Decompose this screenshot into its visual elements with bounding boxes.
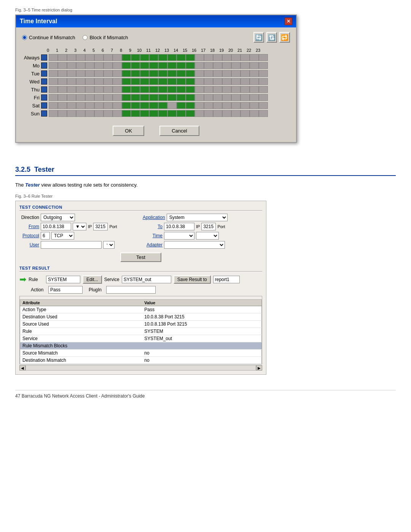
hour-cell-fri-20[interactable] bbox=[231, 94, 241, 101]
hour-cell-sun-12[interactable] bbox=[158, 110, 167, 117]
icon-button-2[interactable]: 🔃 bbox=[266, 32, 277, 43]
hour-cell-tue-9[interactable] bbox=[131, 70, 140, 77]
hour-cell-fri-1[interactable] bbox=[58, 94, 67, 101]
hour-cell-tue-3[interactable] bbox=[76, 70, 85, 77]
hour-cell-always-0[interactable] bbox=[49, 54, 58, 61]
from-label[interactable]: From bbox=[19, 224, 39, 229]
hour-cell-sat-12[interactable] bbox=[158, 102, 167, 109]
hour-cell-fri-10[interactable] bbox=[140, 94, 149, 101]
edit-button[interactable]: Edit... bbox=[83, 275, 102, 284]
hour-cell-sat-10[interactable] bbox=[140, 102, 149, 109]
hour-cell-always-21[interactable] bbox=[241, 54, 250, 61]
hour-cell-mo-10[interactable] bbox=[140, 62, 149, 69]
hour-cell-wed-4[interactable] bbox=[85, 78, 94, 85]
hour-cell-tue-12[interactable] bbox=[158, 70, 167, 77]
time-select1[interactable] bbox=[164, 232, 194, 240]
hour-cell-fri-2[interactable] bbox=[67, 94, 76, 101]
hour-cell-mo-1[interactable] bbox=[58, 62, 67, 69]
hour-cell-thu-14[interactable] bbox=[177, 86, 186, 93]
hour-cell-always-3[interactable] bbox=[76, 54, 85, 61]
from-port-input[interactable] bbox=[93, 223, 108, 230]
hour-cell-thu-3[interactable] bbox=[76, 86, 85, 93]
hour-cell-tue-19[interactable] bbox=[222, 70, 231, 77]
hour-cell-thu-5[interactable] bbox=[94, 86, 104, 93]
hour-cell-tue-5[interactable] bbox=[94, 70, 104, 77]
hour-cell-fri-8[interactable] bbox=[122, 94, 131, 101]
hour-cell-sat-4[interactable] bbox=[85, 102, 94, 109]
from-ip-select[interactable]: ▼ bbox=[73, 223, 86, 230]
hour-cell-mo-22[interactable] bbox=[250, 62, 259, 69]
hour-cell-fri-15[interactable] bbox=[186, 94, 195, 101]
hour-cell-wed-11[interactable] bbox=[149, 78, 158, 85]
hour-cell-sat-19[interactable] bbox=[222, 102, 231, 109]
hour-cell-sat-16[interactable] bbox=[195, 102, 204, 109]
hour-cell-sun-21[interactable] bbox=[241, 110, 250, 117]
user-label[interactable]: User bbox=[19, 242, 39, 248]
hour-cell-always-11[interactable] bbox=[149, 54, 158, 61]
hour-cell-wed-22[interactable] bbox=[250, 78, 259, 85]
protocol-select[interactable]: TCP UDP bbox=[51, 232, 74, 240]
hour-cell-tue-21[interactable] bbox=[241, 70, 250, 77]
hour-cell-always-23[interactable] bbox=[259, 54, 268, 61]
hour-cell-wed-14[interactable] bbox=[177, 78, 186, 85]
hour-cell-thu-0[interactable] bbox=[49, 86, 58, 93]
hour-cell-thu-18[interactable] bbox=[213, 86, 222, 93]
hour-cell-mo-9[interactable] bbox=[131, 62, 140, 69]
day-toggle-thu[interactable] bbox=[41, 86, 47, 93]
hour-cell-sun-7[interactable] bbox=[113, 110, 122, 117]
hour-cell-thu-19[interactable] bbox=[222, 86, 231, 93]
hour-cell-sun-19[interactable] bbox=[222, 110, 231, 117]
hour-cell-wed-10[interactable] bbox=[140, 78, 149, 85]
attribute-table-container[interactable]: Attribute Value Action TypePassDestinati… bbox=[19, 296, 262, 364]
hour-cell-fri-18[interactable] bbox=[213, 94, 222, 101]
from-ip-input[interactable] bbox=[41, 223, 71, 230]
hour-cell-thu-23[interactable] bbox=[259, 86, 268, 93]
hour-cell-sun-13[interactable] bbox=[167, 110, 177, 117]
hour-cell-always-17[interactable] bbox=[204, 54, 213, 61]
hour-cell-fri-3[interactable] bbox=[76, 94, 85, 101]
hour-cell-always-18[interactable] bbox=[213, 54, 222, 61]
day-toggle-sun[interactable] bbox=[41, 110, 47, 117]
hour-cell-tue-20[interactable] bbox=[231, 70, 241, 77]
hour-cell-thu-15[interactable] bbox=[186, 86, 195, 93]
hour-cell-mo-5[interactable] bbox=[94, 62, 104, 69]
hour-cell-thu-17[interactable] bbox=[204, 86, 213, 93]
hour-cell-wed-6[interactable] bbox=[104, 78, 113, 85]
hour-cell-sat-2[interactable] bbox=[67, 102, 76, 109]
scroll-left-button[interactable]: ◀ bbox=[19, 365, 25, 371]
hour-cell-sat-9[interactable] bbox=[131, 102, 140, 109]
hour-cell-sat-11[interactable] bbox=[149, 102, 158, 109]
hour-cell-fri-0[interactable] bbox=[49, 94, 58, 101]
hour-cell-thu-9[interactable] bbox=[131, 86, 140, 93]
action-input[interactable] bbox=[48, 286, 83, 294]
hour-cell-tue-0[interactable] bbox=[49, 70, 58, 77]
icon-button-3[interactable]: 🔁 bbox=[279, 32, 290, 43]
hour-cell-always-6[interactable] bbox=[104, 54, 113, 61]
icon-button-1[interactable]: 🔄 bbox=[253, 32, 264, 43]
hour-cell-always-13[interactable] bbox=[167, 54, 177, 61]
hour-cell-fri-12[interactable] bbox=[158, 94, 167, 101]
hour-cell-tue-18[interactable] bbox=[213, 70, 222, 77]
hour-cell-thu-7[interactable] bbox=[113, 86, 122, 93]
hour-cell-tue-22[interactable] bbox=[250, 70, 259, 77]
hour-cell-wed-5[interactable] bbox=[94, 78, 104, 85]
hour-cell-tue-10[interactable] bbox=[140, 70, 149, 77]
hour-cell-mo-19[interactable] bbox=[222, 62, 231, 69]
hour-cell-wed-1[interactable] bbox=[58, 78, 67, 85]
close-button[interactable]: ✕ bbox=[285, 18, 292, 25]
rule-input[interactable] bbox=[46, 276, 80, 283]
hour-cell-sun-20[interactable] bbox=[231, 110, 241, 117]
hour-cell-fri-13[interactable] bbox=[167, 94, 177, 101]
hour-cell-always-20[interactable] bbox=[231, 54, 241, 61]
hour-cell-fri-5[interactable] bbox=[94, 94, 104, 101]
day-toggle-tue[interactable] bbox=[41, 70, 47, 77]
hour-cell-mo-14[interactable] bbox=[177, 62, 186, 69]
hour-cell-tue-1[interactable] bbox=[58, 70, 67, 77]
hour-cell-always-14[interactable] bbox=[177, 54, 186, 61]
hour-cell-wed-16[interactable] bbox=[195, 78, 204, 85]
hour-cell-thu-20[interactable] bbox=[231, 86, 241, 93]
hour-cell-tue-15[interactable] bbox=[186, 70, 195, 77]
hour-cell-thu-1[interactable] bbox=[58, 86, 67, 93]
hour-cell-mo-20[interactable] bbox=[231, 62, 241, 69]
hour-cell-always-8[interactable] bbox=[122, 54, 131, 61]
